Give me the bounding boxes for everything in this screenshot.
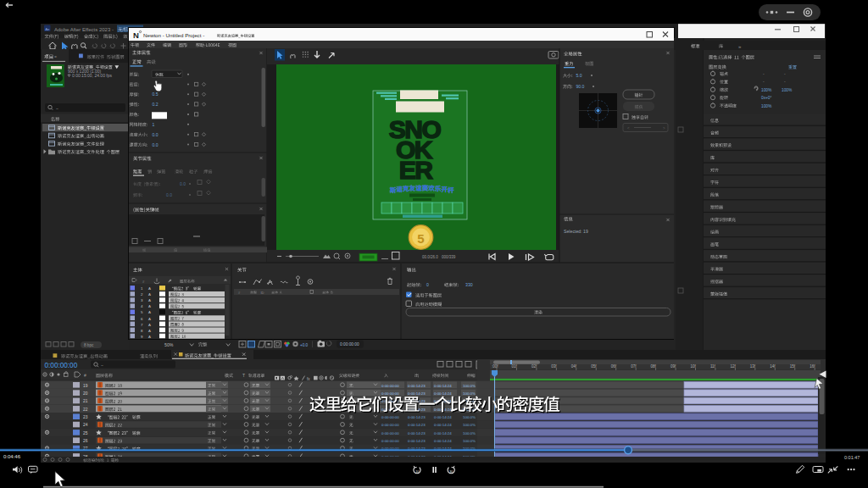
svg-text:20: 20 (83, 391, 88, 396)
svg-text:0:00:14:24: 0:00:14:24 (434, 431, 452, 435)
svg-text:0.0: 0.0 (153, 142, 159, 147)
svg-text:0:00:00:00: 0:00:00:00 (45, 362, 78, 369)
svg-text:11f: 11f (710, 364, 716, 369)
svg-text:Newton - Untitled Project -: Newton - Untitled Project - (143, 32, 204, 38)
svg-text:10f: 10f (691, 364, 697, 369)
svg-text:06f: 06f (611, 364, 617, 369)
svg-text:A: A (148, 292, 151, 297)
svg-text:=: = (54, 54, 57, 59)
svg-text:~: ~ (56, 106, 58, 111)
svg-text:>: > (663, 126, 665, 130)
svg-text:100%: 100% (782, 88, 793, 92)
svg-text:100.0%: 100.0% (463, 439, 476, 443)
svg-text:0:00:00:00: 0:00:00:00 (381, 415, 399, 419)
svg-text::00f: :00f (492, 364, 498, 369)
svg-text:A: A (148, 310, 151, 314)
svg-text:ER: ER (399, 156, 434, 184)
svg-text:15f: 15f (790, 364, 796, 369)
svg-text:330: 330 (465, 282, 473, 287)
svg-text:0:00:14:24: 0:00:14:24 (434, 384, 452, 388)
svg-text:09f: 09f (670, 364, 676, 369)
svg-text:0x+0°: 0x+0° (761, 96, 772, 100)
svg-text:100.0%: 100.0% (463, 384, 476, 388)
svg-text:100%: 100% (761, 88, 772, 92)
svg-text:Selected: 19: Selected: 19 (564, 229, 588, 234)
svg-text:100%: 100% (761, 104, 772, 108)
svg-text:5.0: 5.0 (576, 73, 582, 78)
svg-text:0:00:14:23: 0:00:14:23 (408, 391, 426, 396)
svg-text:50%: 50% (164, 342, 174, 347)
svg-text:03f: 03f (551, 364, 557, 369)
svg-text:Adobe After Effects 2023 -: Adobe After Effects 2023 - (54, 27, 114, 32)
svg-text:02f: 02f (531, 364, 537, 369)
svg-text:N: N (133, 30, 139, 40)
svg-text:0:00:00:00: 0:00:00:00 (381, 423, 399, 427)
svg-text:1: 1 (153, 122, 155, 127)
svg-text:0:00:00:00: 0:00:00:00 (381, 391, 399, 396)
svg-text:0:00:14:24: 0:00:14:24 (434, 391, 452, 396)
svg-text:0:00:00:00: 0:00:00:00 (340, 342, 359, 347)
svg-text:0:00:14:23: 0:00:14:23 (408, 384, 426, 388)
svg-text:21: 21 (83, 399, 88, 403)
svg-text:0:01:47: 0:01:47 (844, 455, 860, 460)
svg-text:04f: 04f (571, 364, 577, 369)
svg-text:26: 26 (83, 439, 88, 443)
svg-text:Ae: Ae (45, 27, 50, 31)
svg-text:0:00:14:24: 0:00:14:24 (434, 439, 452, 443)
svg-text:000/339: 000/339 (442, 255, 456, 259)
svg-text:0.5: 0.5 (153, 92, 159, 97)
svg-text:A: A (148, 298, 151, 302)
svg-text:A: A (148, 304, 151, 308)
svg-text:23: 23 (83, 415, 88, 419)
svg-text:A: A (148, 286, 151, 291)
svg-text:05f: 05f (591, 364, 597, 369)
svg-text:0:04:46: 0:04:46 (3, 454, 21, 459)
svg-text:16f: 16f (810, 364, 815, 369)
svg-text:0:00:00:00: 0:00:00:00 (381, 431, 399, 435)
svg-text:100.0%: 100.0% (463, 391, 476, 396)
svg-text:00.0/26.0: 00.0/26.0 (422, 255, 438, 259)
svg-text:0:00:00:00: 0:00:00:00 (381, 439, 399, 443)
svg-text:ID: ID (261, 291, 264, 295)
svg-text:A: A (148, 323, 151, 327)
svg-text:13f: 13f (750, 364, 756, 369)
svg-text:22: 22 (83, 408, 88, 412)
svg-text:0: 0 (426, 282, 429, 287)
svg-text:+0.0: +0.0 (300, 343, 309, 347)
svg-text:#: # (84, 373, 86, 378)
svg-text:100.0%: 100.0% (463, 415, 476, 419)
svg-text:100.0%: 100.0% (463, 431, 476, 435)
svg-text:0:00:15:00, 24.00 fps: 0:00:15:00, 24.00 fps (72, 73, 112, 78)
svg-text:A: A (148, 329, 151, 333)
svg-text:08f: 08f (651, 364, 657, 369)
svg-text:14f: 14f (770, 364, 776, 369)
svg-text:24: 24 (83, 423, 88, 427)
svg-text:90.0: 90.0 (576, 84, 585, 89)
svg-text:0:00:14:23: 0:00:14:23 (408, 431, 426, 435)
svg-text:01f: 01f (511, 364, 517, 369)
svg-text:~: ~ (101, 363, 103, 368)
svg-text:30: 30 (449, 470, 453, 474)
svg-text:25: 25 (83, 431, 88, 435)
svg-text:0:00:14:24: 0:00:14:24 (434, 415, 452, 419)
svg-text:100.0%: 100.0% (463, 423, 476, 427)
svg-text:12f: 12f (730, 364, 736, 369)
svg-text:07f: 07f (631, 364, 637, 369)
svg-text:8 bpc: 8 bpc (84, 343, 94, 347)
svg-text:0:00:14:24: 0:00:14:24 (434, 423, 452, 427)
svg-text:<: < (627, 126, 630, 130)
svg-text:10: 10 (415, 470, 419, 474)
svg-text:0:00:14:23: 0:00:14:23 (408, 423, 426, 427)
svg-text:19: 19 (83, 384, 88, 388)
svg-text:0.2: 0.2 (153, 102, 159, 107)
svg-text:0:00:14:23: 0:00:14:23 (408, 439, 426, 443)
svg-text:0.0: 0.0 (180, 181, 186, 186)
svg-text:5: 5 (417, 231, 424, 246)
svg-text:0:00:00:00: 0:00:00:00 (381, 384, 399, 388)
svg-text:A: A (148, 335, 151, 339)
svg-text:0.0: 0.0 (166, 192, 172, 197)
svg-text:A: A (148, 317, 151, 321)
svg-text:0:00:14:23: 0:00:14:23 (408, 415, 426, 419)
svg-text:0.0: 0.0 (153, 132, 159, 137)
svg-text:T: T (242, 373, 245, 378)
